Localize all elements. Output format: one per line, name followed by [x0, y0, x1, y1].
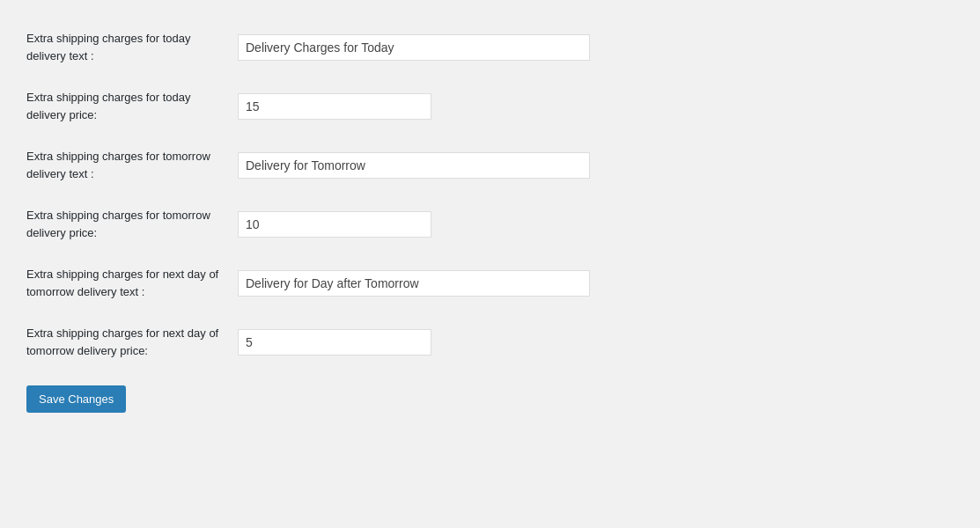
field-label-tomorrow-price: Extra shipping charges for tomorrow deli…	[26, 207, 238, 241]
field-label-today-text: Extra shipping charges for today deliver…	[26, 30, 238, 64]
field-wrap-today-price	[238, 93, 608, 120]
field-input-tomorrow-price[interactable]	[238, 211, 431, 238]
form-row-today-price: Extra shipping charges for today deliver…	[26, 77, 954, 136]
field-input-dayafter-text[interactable]	[238, 270, 590, 297]
field-input-tomorrow-text[interactable]	[238, 152, 590, 179]
field-label-tomorrow-text: Extra shipping charges for tomorrow deli…	[26, 148, 238, 182]
field-label-dayafter-text: Extra shipping charges for next day of t…	[26, 266, 238, 300]
field-wrap-dayafter-price	[238, 329, 608, 356]
settings-form: Extra shipping charges for today deliver…	[26, 18, 954, 413]
form-row-tomorrow-text: Extra shipping charges for tomorrow deli…	[26, 136, 954, 194]
form-row-dayafter-text: Extra shipping charges for next day of t…	[26, 253, 954, 312]
field-wrap-tomorrow-text	[238, 152, 608, 179]
form-row-dayafter-price: Extra shipping charges for next day of t…	[26, 312, 954, 371]
form-row-tomorrow-price: Extra shipping charges for tomorrow deli…	[26, 194, 954, 253]
field-input-today-price[interactable]	[238, 93, 431, 120]
field-label-dayafter-price: Extra shipping charges for next day of t…	[26, 325, 238, 359]
form-row-today-text: Extra shipping charges for today deliver…	[26, 18, 954, 77]
save-button[interactable]: Save Changes	[26, 385, 126, 413]
field-wrap-today-text	[238, 34, 608, 61]
field-label-today-price: Extra shipping charges for today deliver…	[26, 89, 238, 123]
field-input-dayafter-price[interactable]	[238, 329, 431, 356]
field-wrap-dayafter-text	[238, 270, 608, 297]
field-wrap-tomorrow-price	[238, 211, 608, 238]
field-input-today-text[interactable]	[238, 34, 590, 61]
